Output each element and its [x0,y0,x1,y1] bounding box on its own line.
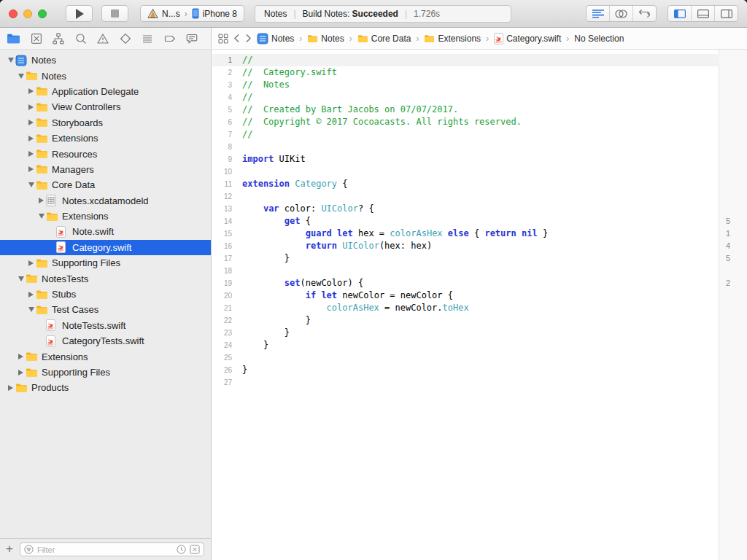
navigator-tab-debug-navigator[interactable] [141,32,154,45]
code-line-13[interactable]: 13 var color: UIColor? { [212,203,719,215]
run-button[interactable] [66,5,93,22]
code-line-14[interactable]: 14 get { [212,215,719,228]
jumpbar-crumb[interactable]: SWIFTCategory.swift [494,33,561,44]
tree-item-extensions[interactable]: Extensions [0,349,211,364]
line-number[interactable]: 25 [212,351,239,364]
line-number[interactable]: 15 [212,228,239,240]
code-line-27[interactable]: 27 [212,376,719,389]
standard-editor-button[interactable] [587,6,609,21]
tree-item-products[interactable]: Products [0,380,211,395]
tree-item-supporting-files[interactable]: Supporting Files [0,365,211,380]
code-line-7[interactable]: 7// [212,128,719,141]
disclosure-triangle-icon[interactable] [26,260,36,266]
line-number[interactable]: 5 [212,104,239,116]
toggle-debug-area-button[interactable] [691,6,714,21]
line-number[interactable]: 8 [212,141,239,153]
disclosure-triangle-icon[interactable] [16,74,26,79]
code-line-18[interactable]: 18 [212,265,719,277]
add-button[interactable]: + [6,542,13,555]
line-number[interactable]: 20 [212,289,239,302]
navigator-tab-report-navigator[interactable] [185,32,198,45]
line-number[interactable]: 1 [212,54,239,66]
tree-item-supporting-files[interactable]: Supporting Files [0,255,211,271]
jumpbar-crumb[interactable]: Core Data [357,34,411,44]
recent-files-icon[interactable] [177,545,186,554]
tree-item-test-cases[interactable]: Test Cases [0,302,211,317]
navigator-tab-issue-navigator[interactable] [96,32,109,45]
disclosure-triangle-icon[interactable] [26,307,36,312]
code-line-1[interactable]: 1// [212,54,719,66]
line-number[interactable]: 12 [212,190,239,203]
line-number[interactable]: 22 [212,314,239,327]
code-line-17[interactable]: 17 } [212,252,719,265]
forward-button[interactable] [245,34,252,43]
toggle-utilities-button[interactable] [714,6,738,21]
line-number[interactable]: 10 [212,166,239,178]
tree-item-application-delegate[interactable]: Application Delegate [0,84,211,99]
code-line-15[interactable]: 15 guard let hex = colorAsHex else { ret… [212,228,719,240]
line-number[interactable]: 7 [212,128,239,141]
code-line-3[interactable]: 3// Notes [212,79,719,91]
code-line-4[interactable]: 4// [212,91,719,104]
zoom-window-button[interactable] [38,9,47,18]
code-line-20[interactable]: 20 if let newColor = newColor { [212,289,719,302]
jumpbar-crumb[interactable]: Notes [257,33,294,44]
line-number[interactable]: 23 [212,327,239,339]
tree-item-note-swift[interactable]: SWIFTNote.swift [0,224,211,239]
line-number[interactable]: 26 [212,364,239,376]
tree-item-extensions[interactable]: Extensions [0,209,211,224]
tree-item-managers[interactable]: Managers [0,162,211,177]
jumpbar-crumb[interactable]: Extensions [424,34,481,44]
tree-item-extensions[interactable]: Extensions [0,131,211,146]
version-editor-button[interactable] [632,6,656,21]
disclosure-triangle-icon[interactable] [26,151,36,157]
line-number[interactable]: 4 [212,91,239,104]
tree-item-notes[interactable]: Notes [0,68,211,83]
code-line-10[interactable]: 10 [212,166,719,178]
line-number[interactable]: 24 [212,339,239,351]
code-line-12[interactable]: 12 [212,190,719,203]
line-number[interactable]: 27 [212,376,239,389]
line-number[interactable]: 3 [212,79,239,91]
code-line-26[interactable]: 26} [212,364,719,376]
line-number[interactable]: 14 [212,215,239,228]
code-line-2[interactable]: 2// Category.swift [212,66,719,79]
scheme-selector[interactable]: N...s › iPhone 8 [140,5,244,22]
navigator-tab-breakpoint-navigator[interactable] [163,32,177,45]
disclosure-triangle-icon[interactable] [16,354,26,359]
jumpbar-crumb[interactable]: Notes [307,34,344,44]
code-line-21[interactable]: 21 colorAsHex = newColor.toHex [212,302,719,314]
code-line-23[interactable]: 23 } [212,327,719,339]
disclosure-triangle-icon[interactable] [36,214,46,219]
code-line-11[interactable]: 11extension Category { [212,178,719,190]
disclosure-triangle-icon[interactable] [26,136,36,141]
disclosure-triangle-icon[interactable] [6,58,15,63]
navigator-tab-test-navigator[interactable] [119,32,132,45]
code-line-8[interactable]: 8 [212,141,719,153]
disclosure-triangle-icon[interactable] [26,292,36,298]
disclosure-triangle-icon[interactable] [26,104,36,110]
line-number[interactable]: 9 [212,153,239,166]
code-line-25[interactable]: 25 [212,351,719,364]
disclosure-triangle-icon[interactable] [26,88,36,94]
tree-item-notes-xcdatamodeld[interactable]: Notes.xcdatamodeld [0,193,211,209]
code-line-5[interactable]: 5// Created by Bart Jacobs on 07/07/2017… [212,104,719,116]
line-number[interactable]: 11 [212,178,239,190]
disclosure-triangle-icon[interactable] [16,370,26,376]
disclosure-triangle-icon[interactable] [16,276,26,281]
disclosure-triangle-icon[interactable] [26,166,36,172]
disclosure-triangle-icon[interactable] [6,385,15,391]
code-line-16[interactable]: 16 return UIColor(hex: hex) [212,240,719,252]
jumpbar-crumb[interactable]: No Selection [574,34,624,44]
tree-item-stubs[interactable]: Stubs [0,287,211,302]
disclosure-triangle-icon[interactable] [36,198,46,203]
line-number[interactable]: 6 [212,116,239,128]
source-editor[interactable]: 51452 1//2// Category.swift3// Notes4//5… [212,50,747,560]
tree-item-resources[interactable]: Resources [0,146,211,161]
tree-item-category-swift[interactable]: SWIFTCategory.swift [0,240,211,255]
code-line-24[interactable]: 24 } [212,339,719,351]
tree-item-notes[interactable]: Notes [0,52,211,68]
disclosure-triangle-icon[interactable] [26,120,36,125]
tree-item-core-data[interactable]: Core Data [0,177,211,192]
toggle-navigator-button[interactable] [668,6,691,21]
